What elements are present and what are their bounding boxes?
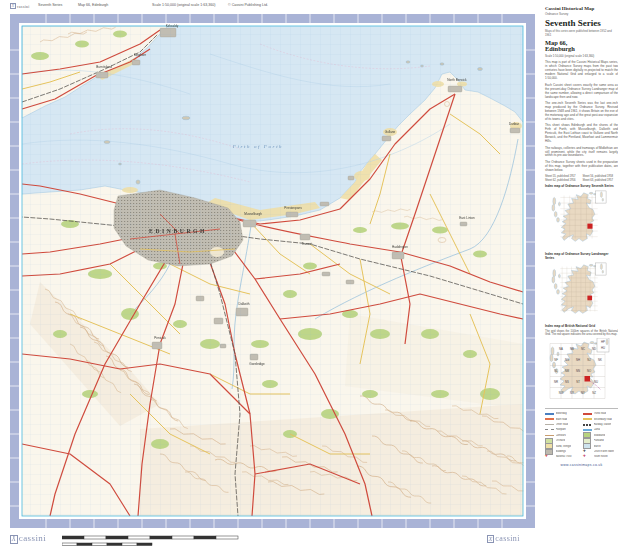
grid-letter-nr: NR: [554, 380, 558, 384]
cassini-logo-header: Xcassini: [10, 2, 17, 9]
grid-letter-nm: NM: [565, 369, 569, 373]
legend-swatch-icon: [583, 418, 592, 420]
legend-label: Footpath: [556, 428, 566, 431]
legend-label: Contours: [556, 434, 567, 437]
legend-label: Marsh: [594, 445, 601, 448]
grid-letter-nf: NF: [554, 358, 558, 362]
index-map-2-highlight: [587, 295, 592, 300]
grid-letter-nh: NH: [576, 358, 580, 362]
side-panel: Cassini Historical Map Ordnance Survey S…: [545, 0, 618, 550]
grid-letter-nd: ND: [592, 347, 596, 351]
panel-paragraph: The one-inch Seventh Series was the last…: [545, 102, 618, 122]
cassini-logo-icon: X: [10, 535, 18, 544]
legend-label: Youth hostel: [594, 455, 608, 458]
panel-sheet-info: Sheet 55, published 1957Sheet 56, publis…: [545, 175, 618, 182]
cassini-logo-icon: X: [10, 3, 16, 9]
grid-letter-nc: NC: [581, 347, 585, 351]
legend-label: Secondary road: [594, 418, 612, 421]
website-text: www.cassinimaps.co.uk: [545, 463, 618, 467]
panel-series-title: Seventh Series: [545, 18, 618, 28]
grid-letter-nl: NL: [554, 369, 558, 373]
legend-swatch-icon: [545, 413, 554, 415]
legend-label: Church with tower: [594, 450, 615, 453]
grid-letter-nx: NX: [570, 391, 574, 395]
panel-description: This map is part of the Cassini Historic…: [545, 61, 618, 172]
legend-swatch-icon: [545, 429, 554, 430]
legend-swatch-icon: [545, 435, 554, 437]
index-map-landranger: [547, 262, 611, 322]
map-legend: MotorwayTrunk roadMain roadSecondary roa…: [545, 408, 618, 460]
page: Xcassini Seventh Series Map 66, Edinburg…: [0, 0, 618, 550]
index-map-1-caption: Index map of Ordnance Survey Seventh Ser…: [545, 185, 618, 189]
grid-letter-ng: NG: [565, 358, 569, 362]
legend-label: Canal: [594, 428, 601, 431]
cassini-logo-footer-left: Xcassini: [10, 533, 46, 544]
panel-paragraph: This map is part of the Cassini Historic…: [545, 61, 618, 81]
panel-series-subtitle: Maps of this series were published betwe…: [545, 29, 618, 37]
legend-label: Buildings: [556, 450, 567, 453]
sheet-info-entry: Sheet 63, published 1957: [583, 179, 618, 182]
header-series: Seventh Series: [38, 3, 62, 7]
legend-label: Trunk road: [594, 412, 606, 415]
index-map-seventh-series: [547, 190, 611, 250]
header-map-title: Map 66, Edinburgh: [78, 3, 108, 7]
cassini-logo-icon: X: [487, 535, 494, 543]
panel-scale-line: Scale 1:50,000 (original scale 1:63,360): [545, 54, 618, 58]
footer: Xcassini Xcassini: [0, 528, 618, 550]
legend-item: ✚National Trust: [545, 454, 580, 459]
scale-bar: [62, 534, 262, 548]
grid-letter-hp: HP: [601, 340, 605, 344]
cassini-logo-footer-right: Xcassini: [487, 534, 520, 543]
panel-paragraph: This sheet shows Edinburgh and the shore…: [545, 124, 618, 144]
legend-label: Woodland: [594, 434, 606, 437]
legend-label: Sand, shingle: [556, 445, 572, 448]
grid-letter-nb: NB: [570, 347, 574, 351]
header-copyright: © Cassini Publishing Ltd.: [228, 3, 268, 7]
grid-letter-na: NA: [559, 347, 563, 351]
index-map-1-highlight: [587, 224, 592, 229]
grid-letter-nk: NK: [598, 358, 602, 362]
legend-label: Orchard: [556, 439, 565, 442]
header: Xcassini Seventh Series Map 66, Edinburg…: [0, 0, 618, 13]
legend-swatch-icon: [545, 418, 554, 420]
grid-letter-ns: NS: [565, 380, 569, 384]
index-map-3-note: The grid shows the 100km squares of the …: [545, 330, 618, 337]
legend-swatch-icon: [545, 424, 554, 426]
legend-swatch-icon: [583, 429, 592, 431]
map-image: [10, 14, 535, 528]
grid-letter-nj: NJ: [587, 358, 590, 362]
legend-swatch-icon: [583, 424, 592, 426]
legend-label: Parkland: [594, 439, 604, 442]
legend-swatch-icon: ✚: [583, 450, 592, 454]
legend-label: Motorway: [556, 412, 567, 415]
panel-paragraph: Each Cassini sheet covers exactly the sa…: [545, 84, 618, 100]
legend-swatch-icon: ✚: [545, 455, 554, 459]
panel-paragraph: The railways, collieries and tramways of…: [545, 147, 618, 159]
map-sheet: EDINBURGHFirth of ForthMusselburghPresto…: [10, 14, 535, 528]
national-grid-letters: NANBNCNDNFNGNHNJNKNLNMNNNONRNSNTNUNWNXNY…: [547, 338, 611, 400]
panel-brand: Cassini Historical Map: [545, 6, 618, 11]
grid-letter-nu: NU: [594, 380, 598, 384]
index-map-2-image: [547, 262, 611, 318]
panel-map-name: Edinburgh: [545, 46, 618, 53]
grid-letter-nn: NN: [576, 369, 580, 373]
grid-letter-nz: NZ: [592, 391, 596, 395]
grid-letter-no: NO: [587, 369, 591, 373]
header-scale: Scale 1:50,000 (original scale 1:63,360): [152, 3, 215, 7]
legend-swatch-icon: ✚: [583, 455, 592, 459]
legend-label: Main road: [556, 418, 568, 421]
map-grid-overlay: [22, 26, 523, 516]
grid-letter-nw: NW: [559, 391, 564, 395]
legend-label: Railway, station: [594, 423, 612, 426]
grid-letter-ny: NY: [581, 391, 585, 395]
sheet-info-entry: Sheet 62, published 1956: [545, 179, 581, 182]
legend-item: ✚Youth hostel: [583, 454, 618, 459]
panel-sub-brand: Ordnance Survey: [545, 12, 618, 16]
legend-label: Other road: [556, 423, 568, 426]
grid-letter-nt: NT: [576, 380, 580, 384]
panel-paragraph: The Ordnance Survey sheets used in the p…: [545, 161, 618, 173]
grid-letter-hu: HU: [601, 346, 605, 350]
index-map-1-image: [547, 190, 611, 246]
index-map-2-caption: Index map of Ordnance Survey Landranger …: [545, 253, 618, 260]
index-map-national-grid: NANBNCNDNFNGNHNJNKNLNMNNNONRNSNTNUNWNXNY…: [547, 338, 611, 404]
